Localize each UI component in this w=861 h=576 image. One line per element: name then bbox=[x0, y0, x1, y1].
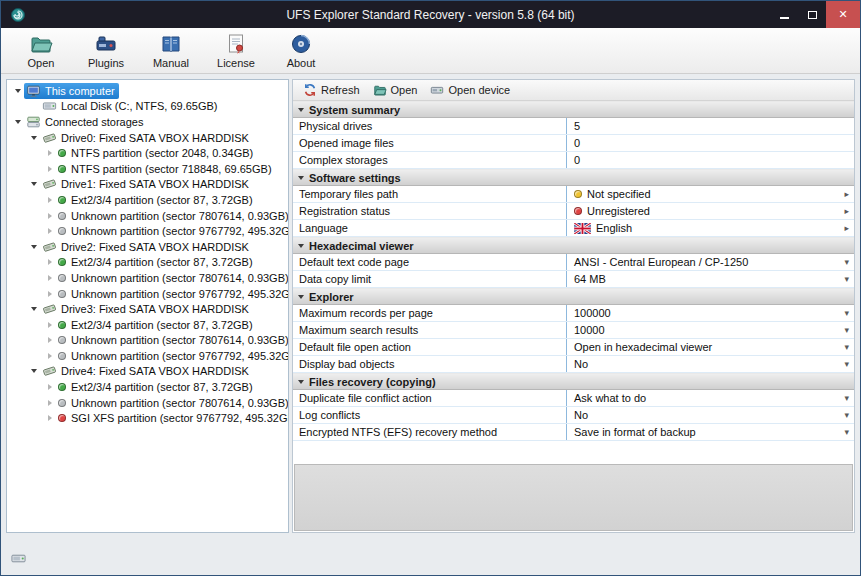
titlebar[interactable]: UFS Explorer Standard Recovery - version… bbox=[1, 1, 860, 28]
tree-expander-icon[interactable] bbox=[45, 351, 55, 361]
expanded-arrow-icon bbox=[31, 245, 37, 249]
setting-row-default-text-code-page[interactable]: Default text code pageANSI - Central Eur… bbox=[293, 254, 854, 271]
toolbar-button-plugins[interactable]: Plugins bbox=[80, 30, 132, 71]
tree-item-ntfs-partition-sector-718848-69-65gb[interactable]: NTFS partition (sector 718848, 69.65GB) bbox=[7, 161, 288, 177]
panel-button-refresh[interactable]: Refresh bbox=[298, 82, 365, 98]
setting-value: English▸ bbox=[567, 220, 854, 236]
tree-expander-icon[interactable] bbox=[45, 164, 55, 174]
tree-expander-icon[interactable] bbox=[45, 257, 55, 267]
toolbar-button-open[interactable]: Open bbox=[15, 30, 67, 71]
setting-value-text: 0 bbox=[574, 154, 580, 166]
dropdown-arrow-icon[interactable]: ▾ bbox=[844, 411, 849, 420]
tree-expander-icon[interactable] bbox=[29, 304, 39, 314]
dropdown-arrow-icon[interactable]: ▾ bbox=[844, 275, 849, 284]
setting-row-physical-drives[interactable]: Physical drives5 bbox=[293, 118, 854, 135]
tree-item-unknown-partition-sector-9767792-495-32gb[interactable]: Unknown partition (sector 9767792, 495.3… bbox=[7, 348, 288, 364]
tree-item-label: Unknown partition (sector 7807614, 0.93G… bbox=[71, 272, 289, 284]
setting-row-encrypted-ntfs-efs-recovery-method[interactable]: Encrypted NTFS (EFS) recovery methodSave… bbox=[293, 424, 854, 441]
tree-expander-icon[interactable] bbox=[45, 195, 55, 205]
tree-expander-icon[interactable] bbox=[45, 211, 55, 221]
tree-item-unknown-partition-sector-9767792-495-32gb[interactable]: Unknown partition (sector 9767792, 495.3… bbox=[7, 223, 288, 239]
section-header-software-settings[interactable]: Software settings bbox=[293, 169, 854, 186]
collapsed-arrow-icon bbox=[48, 291, 52, 297]
toolbar-button-label: License bbox=[217, 57, 255, 69]
tree-item-sgi-xfs-partition-sector-9767792-495-32gb[interactable]: SGI XFS partition (sector 9767792, 495.3… bbox=[7, 410, 288, 426]
dropdown-arrow-icon[interactable]: ▸ bbox=[844, 224, 849, 233]
setting-row-complex-storages[interactable]: Complex storages0 bbox=[293, 152, 854, 169]
toolbar-button-license[interactable]: License bbox=[210, 30, 262, 71]
tree-expander-icon[interactable] bbox=[29, 242, 39, 252]
tree-expander-icon[interactable] bbox=[13, 117, 23, 127]
tree-item-drive0-fixed-sata-vbox-harddisk[interactable]: Drive0: Fixed SATA VBOX HARDDISK bbox=[7, 130, 288, 146]
dropdown-arrow-icon[interactable]: ▸ bbox=[844, 190, 849, 199]
tree-expander-icon[interactable] bbox=[45, 226, 55, 236]
section-header-explorer[interactable]: Explorer bbox=[293, 288, 854, 305]
tree-item-ext2-3-4-partition-sector-87-3-72gb[interactable]: Ext2/3/4 partition (sector 87, 3.72GB) bbox=[7, 192, 288, 208]
tree-expander-icon[interactable] bbox=[45, 413, 55, 423]
tree-item-unknown-partition-sector-7807614-0-93gb[interactable]: Unknown partition (sector 7807614, 0.93G… bbox=[7, 270, 288, 286]
tree-expander-icon[interactable] bbox=[45, 398, 55, 408]
dropdown-arrow-icon[interactable]: ▾ bbox=[844, 309, 849, 318]
tree-item-this-computer[interactable]: This computer bbox=[7, 83, 288, 99]
tree-expander-icon[interactable] bbox=[45, 148, 55, 158]
section-header-system-summary[interactable]: System summary bbox=[293, 101, 854, 118]
panel-button-open[interactable]: Open bbox=[368, 82, 423, 98]
dropdown-arrow-icon[interactable]: ▾ bbox=[844, 258, 849, 267]
setting-row-data-copy-limit[interactable]: Data copy limit64 MB▾ bbox=[293, 271, 854, 288]
tree-item-unknown-partition-sector-7807614-0-93gb[interactable]: Unknown partition (sector 7807614, 0.93G… bbox=[7, 208, 288, 224]
expanded-arrow-icon bbox=[31, 182, 37, 186]
tree-item-unknown-partition-sector-7807614-0-93gb[interactable]: Unknown partition (sector 7807614, 0.93G… bbox=[7, 395, 288, 411]
tree-item-body: SGI XFS partition (sector 9767792, 495.3… bbox=[56, 411, 289, 425]
flag-uk-icon bbox=[574, 223, 591, 234]
setting-row-default-file-open-action[interactable]: Default file open actionOpen in hexadeci… bbox=[293, 339, 854, 356]
tree-expander-icon[interactable] bbox=[45, 335, 55, 345]
minimize-button[interactable] bbox=[770, 1, 798, 28]
section-header-files-recovery-copying[interactable]: Files recovery (copying) bbox=[293, 373, 854, 390]
maximize-button[interactable] bbox=[798, 1, 826, 28]
tree-item-unknown-partition-sector-9767792-495-32gb[interactable]: Unknown partition (sector 9767792, 495.3… bbox=[7, 286, 288, 302]
tree-item-drive3-fixed-sata-vbox-harddisk[interactable]: Drive3: Fixed SATA VBOX HARDDISK bbox=[7, 301, 288, 317]
tree-expander-icon[interactable] bbox=[29, 366, 39, 376]
setting-value: Not specified▸ bbox=[567, 186, 854, 202]
dropdown-arrow-icon[interactable]: ▾ bbox=[844, 360, 849, 369]
tree-item-drive2-fixed-sata-vbox-harddisk[interactable]: Drive2: Fixed SATA VBOX HARDDISK bbox=[7, 239, 288, 255]
tree-expander-icon[interactable] bbox=[45, 289, 55, 299]
tree-expander-icon[interactable] bbox=[45, 382, 55, 392]
panel-toolbar: RefreshOpenOpen device bbox=[293, 80, 854, 101]
setting-row-temporary-files-path[interactable]: Temporary files pathNot specified▸ bbox=[293, 186, 854, 203]
setting-row-maximum-records-per-page[interactable]: Maximum records per page100000▾ bbox=[293, 305, 854, 322]
section-header-hexadecimal-viewer[interactable]: Hexadecimal viewer bbox=[293, 237, 854, 254]
tree-expander-icon[interactable] bbox=[29, 133, 39, 143]
tree-item-drive1-fixed-sata-vbox-harddisk[interactable]: Drive1: Fixed SATA VBOX HARDDISK bbox=[7, 177, 288, 193]
tree-expander-icon[interactable] bbox=[45, 273, 55, 283]
close-button[interactable]: ✕ bbox=[826, 1, 860, 28]
tree-item-ext2-3-4-partition-sector-87-3-72gb[interactable]: Ext2/3/4 partition (sector 87, 3.72GB) bbox=[7, 317, 288, 333]
setting-label: Log conflicts bbox=[293, 407, 567, 423]
tree-item-ntfs-partition-sector-2048-0-34gb[interactable]: NTFS partition (sector 2048, 0.34GB) bbox=[7, 145, 288, 161]
dropdown-arrow-icon[interactable]: ▾ bbox=[844, 343, 849, 352]
tree-expander-icon[interactable] bbox=[13, 86, 23, 96]
tree-expander-icon[interactable] bbox=[29, 179, 39, 189]
setting-row-duplicate-file-conflict-action[interactable]: Duplicate file conflict actionAsk what t… bbox=[293, 390, 854, 407]
setting-row-language[interactable]: LanguageEnglish▸ bbox=[293, 220, 854, 237]
tree-item-ext2-3-4-partition-sector-87-3-72gb[interactable]: Ext2/3/4 partition (sector 87, 3.72GB) bbox=[7, 255, 288, 271]
dropdown-arrow-icon[interactable]: ▸ bbox=[844, 207, 849, 216]
tree-item-drive4-fixed-sata-vbox-harddisk[interactable]: Drive4: Fixed SATA VBOX HARDDISK bbox=[7, 364, 288, 380]
setting-row-display-bad-objects[interactable]: Display bad objectsNo▾ bbox=[293, 356, 854, 373]
toolbar-button-about[interactable]: About bbox=[275, 30, 327, 71]
toolbar-button-manual[interactable]: Manual bbox=[145, 30, 197, 71]
setting-row-log-conflicts[interactable]: Log conflictsNo▾ bbox=[293, 407, 854, 424]
dropdown-arrow-icon[interactable]: ▾ bbox=[844, 326, 849, 335]
tree-item-local-disk-c-ntfs-69-65gb[interactable]: Local Disk (C:, NTFS, 69.65GB) bbox=[7, 99, 288, 115]
setting-row-registration-status[interactable]: Registration statusUnregistered▸ bbox=[293, 203, 854, 220]
dropdown-arrow-icon[interactable]: ▾ bbox=[844, 428, 849, 437]
dropdown-arrow-icon[interactable]: ▾ bbox=[844, 394, 849, 403]
panel-button-open-device[interactable]: Open device bbox=[425, 82, 515, 98]
expanded-arrow-icon bbox=[15, 120, 21, 124]
tree-expander-icon[interactable] bbox=[45, 320, 55, 330]
tree-item-connected-storages[interactable]: Connected storages bbox=[7, 114, 288, 130]
setting-row-opened-image-files[interactable]: Opened image files0 bbox=[293, 135, 854, 152]
tree-item-unknown-partition-sector-7807614-0-93gb[interactable]: Unknown partition (sector 7807614, 0.93G… bbox=[7, 333, 288, 349]
tree-item-ext2-3-4-partition-sector-87-3-72gb[interactable]: Ext2/3/4 partition (sector 87, 3.72GB) bbox=[7, 379, 288, 395]
setting-row-maximum-search-results[interactable]: Maximum search results10000▾ bbox=[293, 322, 854, 339]
